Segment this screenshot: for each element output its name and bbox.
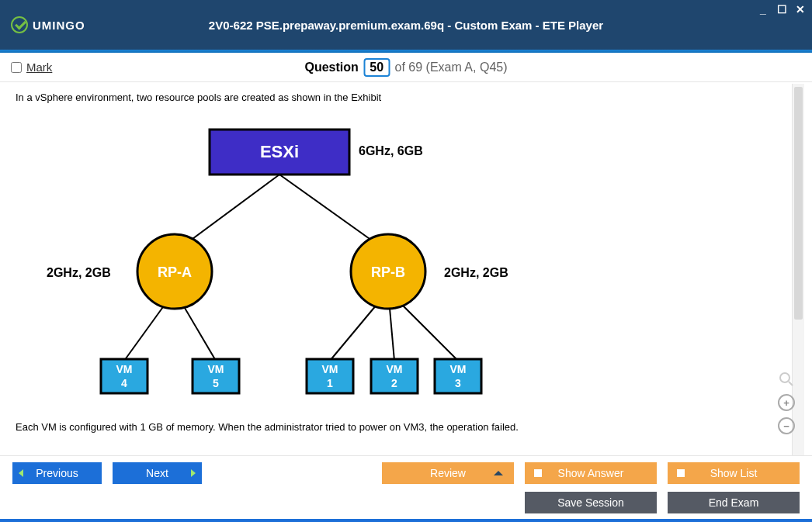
app-logo: UMINGO (11, 16, 85, 33)
show-answer-label: Show Answer (558, 467, 624, 479)
content-area: In a vSphere environment, two resource p… (8, 84, 804, 455)
vm5: VM 5 (193, 359, 239, 393)
mark-checkbox[interactable]: Mark (11, 60, 52, 74)
rpa-spec: 2GHz, 2GB (47, 266, 111, 279)
question-followup: Each VM is configured with 1 GB of memor… (16, 421, 781, 433)
question-number: 50 (363, 58, 390, 77)
svg-text:5: 5 (213, 377, 219, 389)
vm3: VM 3 (435, 359, 481, 393)
square-icon (677, 469, 685, 477)
show-answer-button[interactable]: Show Answer (525, 462, 657, 484)
footer: Previous Next Review Show Answer Show Li… (0, 455, 812, 522)
save-session-button[interactable]: Save Session (525, 492, 657, 513)
question-intro: In a vSphere environment, two resource p… (16, 92, 781, 103)
svg-text:4: 4 (121, 377, 127, 389)
svg-text:VM: VM (116, 363, 133, 375)
svg-text:2: 2 (391, 377, 397, 389)
rpb-spec: 2GHz, 2GB (444, 266, 508, 279)
question-prefix: Question (305, 60, 359, 74)
vm1: VM 1 (307, 359, 353, 393)
question-suffix: of 69 (Exam A, Q45) (395, 60, 508, 74)
previous-button[interactable]: Previous (12, 462, 102, 484)
svg-text:VM: VM (208, 363, 224, 375)
review-label: Review (430, 467, 466, 479)
vm4: VM 4 (101, 359, 147, 393)
rpb-label: RP-B (371, 264, 405, 280)
esxi-spec: 6GHz, 6GB (359, 144, 423, 157)
mark-label: Mark (26, 60, 52, 74)
end-exam-button[interactable]: End Exam (668, 492, 800, 513)
minimize-icon[interactable]: _ (756, 3, 770, 16)
svg-text:VM: VM (450, 363, 467, 375)
question-indicator: Question 50 of 69 (Exam A, Q45) (305, 58, 508, 77)
zoom-out-icon[interactable]: − (778, 417, 795, 434)
bottom-separator (0, 519, 812, 522)
mark-checkbox-input[interactable] (11, 62, 22, 73)
review-button[interactable]: Review (382, 462, 514, 484)
svg-point-25 (780, 373, 789, 382)
svg-text:1: 1 (327, 377, 333, 389)
square-icon (534, 469, 542, 477)
window-title: 2V0-622 PSE.prepaway.premium.exam.69q - … (209, 19, 603, 32)
scroll-region: In a vSphere environment, two resource p… (8, 84, 804, 455)
esxi-label: ESXi (260, 142, 299, 161)
question-bar: Mark Question 50 of 69 (Exam A, Q45) (0, 53, 812, 82)
show-list-button[interactable]: Show List (668, 462, 800, 484)
magnifier-icon[interactable] (778, 371, 795, 388)
vm2: VM 2 (371, 359, 418, 393)
svg-text:3: 3 (455, 377, 461, 389)
window-controls: _ ☐ ✕ (756, 3, 807, 16)
maximize-icon[interactable]: ☐ (775, 3, 789, 16)
title-bar: UMINGO 2V0-622 PSE.prepaway.premium.exam… (0, 0, 812, 50)
close-icon[interactable]: ✕ (793, 3, 807, 16)
brand-text: UMINGO (33, 19, 85, 32)
show-list-label: Show List (710, 467, 758, 479)
svg-text:VM: VM (387, 363, 403, 375)
zoom-in-icon[interactable]: + (778, 394, 795, 411)
zoom-tools: + − (778, 371, 795, 434)
svg-text:VM: VM (322, 363, 338, 375)
chevron-up-icon (494, 471, 503, 475)
svg-line-26 (789, 382, 793, 385)
logo-mark-icon (11, 16, 28, 33)
exhibit-diagram: ESXi 6GHz, 6GB RP-A 2GHz, 2GB RP-B 2GHz,… (23, 112, 551, 407)
rpa-label: RP-A (158, 264, 192, 280)
next-button[interactable]: Next (113, 462, 202, 484)
